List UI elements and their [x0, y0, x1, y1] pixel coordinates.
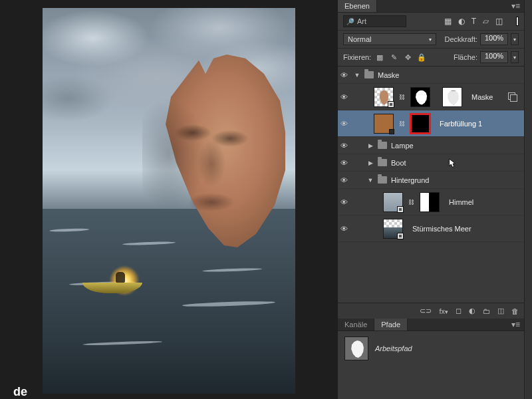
visibility-toggle[interactable]: 👁 — [338, 93, 350, 101]
expand-arrow[interactable]: ▼ — [367, 177, 374, 184]
layer-farbfuellung[interactable]: 👁 ⛓ Farbfüllung 1 — [338, 110, 524, 137]
visibility-toggle[interactable]: 👁 — [338, 225, 350, 233]
layer-fx-icon[interactable]: fx▾ — [439, 307, 448, 315]
mouse-cursor — [448, 158, 458, 169]
layers-footer: ⊂⊃ fx▾ ◻ ◐ 🗀 ◫ 🗑 — [338, 303, 524, 319]
group-hintergrund[interactable]: 👁 ▼ Hintergrund — [338, 172, 524, 189]
paths-tab-bar: Kanäle Pfade ▾≡ — [338, 319, 524, 331]
filter-adjust-icon[interactable]: ◐ — [458, 17, 465, 26]
paths-panel: Kanäle Pfade ▾≡ Arbeitspfad — [338, 319, 524, 399]
smart-object-badge — [388, 101, 394, 108]
layer-himmel[interactable]: 👁 ⛓ Himmel — [338, 189, 524, 215]
visibility-toggle[interactable]: 👁 — [338, 159, 350, 167]
lock-pixels-icon[interactable]: ✎ — [389, 53, 398, 62]
new-layer-icon[interactable]: ◫ — [497, 307, 504, 315]
panel-menu-icon[interactable]: ▾≡ — [507, 320, 524, 329]
fill-input[interactable]: 100% — [480, 51, 508, 63]
giant-head — [142, 48, 295, 261]
folder-icon — [378, 159, 387, 166]
link-layers-icon[interactable]: ⊂⊃ — [420, 307, 432, 315]
layer-mask-thumb[interactable] — [420, 192, 440, 212]
boat-figure — [116, 272, 125, 283]
group-maske[interactable]: 👁 ▼ Maske — [338, 66, 524, 84]
link-mask-icon[interactable]: ⛓ — [407, 199, 416, 205]
filter-smart-icon[interactable]: ◫ — [495, 17, 503, 26]
lock-transparent-icon[interactable]: ▩ — [375, 53, 384, 62]
lock-all-icon[interactable]: 🔒 — [417, 53, 426, 62]
link-mask-icon[interactable]: ⛓ — [398, 94, 406, 100]
visibility-toggle[interactable]: 👁 — [338, 120, 350, 128]
filter-shape-icon[interactable]: ▱ — [483, 17, 489, 26]
expand-arrow[interactable]: ▶ — [367, 160, 374, 166]
layers-tab-bar: Ebenen ▾≡ — [338, 0, 524, 13]
layer-kind-filter[interactable]: 🔍 Art — [343, 15, 406, 27]
folder-icon — [378, 142, 387, 149]
right-panels: Ebenen ▾≡ 🔍 Art ▦ ◐ T ▱ ◫ Normal▾ — [338, 0, 524, 399]
filter-pixel-icon[interactable]: ▦ — [444, 17, 452, 26]
layer-thumb[interactable] — [383, 192, 403, 212]
add-mask-icon[interactable]: ◻ — [456, 307, 462, 315]
filter-toggle-switch[interactable] — [516, 17, 519, 26]
layer-filter-row: 🔍 Art ▦ ◐ T ▱ ◫ — [338, 13, 524, 31]
layer-mask-thumb[interactable] — [410, 87, 430, 107]
blend-mode-select[interactable]: Normal▾ — [343, 33, 436, 45]
vector-mask-thumb[interactable] — [442, 87, 462, 107]
lock-row: Fixieren: ▩ ✎ ✥ 🔒 Fläche: 100% ▾ — [338, 49, 524, 66]
adjustment-layer-icon[interactable]: ◐ — [469, 307, 475, 315]
path-thumb[interactable] — [344, 336, 368, 360]
watermark: de — [13, 385, 27, 399]
folder-icon — [364, 71, 374, 78]
fill-dropdown[interactable]: ▾ — [511, 51, 519, 63]
layer-meer[interactable]: 👁 Stürmisches Meer — [338, 215, 524, 242]
adjustment-badge — [389, 129, 394, 134]
filter-kind-label: Art — [357, 17, 366, 25]
group-boot[interactable]: 👁 ▶ Boot — [338, 154, 524, 172]
layers-list[interactable]: 👁 ▼ Maske 👁 ⛓ — [338, 66, 524, 303]
opacity-input[interactable]: 100% — [480, 33, 508, 45]
expand-arrow[interactable]: ▼ — [354, 72, 360, 78]
delete-layer-icon[interactable]: 🗑 — [511, 307, 519, 315]
opacity-label: Deckkraft: — [444, 35, 477, 43]
layer-mask-thumb-selected[interactable] — [410, 114, 430, 134]
new-group-icon[interactable]: 🗀 — [483, 307, 490, 315]
visibility-toggle[interactable]: 👁 — [338, 198, 350, 206]
canvas-area[interactable]: de — [0, 0, 338, 399]
group-lampe[interactable]: 👁 ▶ Lampe — [338, 137, 524, 154]
document-canvas[interactable] — [43, 8, 295, 394]
path-row-workpath[interactable]: Arbeitspfad — [338, 331, 524, 366]
folder-icon — [378, 176, 387, 184]
tab-channels[interactable]: Kanäle — [338, 319, 374, 331]
fill-layer-thumb[interactable] — [374, 114, 394, 134]
collapsed-dock[interactable] — [524, 0, 532, 399]
lock-position-icon[interactable]: ✥ — [403, 53, 412, 62]
boat — [82, 271, 142, 293]
filter-stack-icon[interactable] — [508, 92, 517, 102]
opacity-dropdown[interactable]: ▾ — [511, 33, 519, 45]
lock-label: Fixieren: — [343, 53, 371, 61]
link-mask-icon[interactable]: ⛓ — [398, 120, 406, 127]
smart-object-badge — [397, 233, 404, 239]
visibility-toggle[interactable]: 👁 — [338, 142, 350, 150]
layer-thumb[interactable] — [383, 219, 403, 239]
expand-arrow[interactable]: ▶ — [367, 142, 374, 149]
panel-menu-icon[interactable]: ▾≡ — [507, 1, 524, 11]
filter-type-icon[interactable]: T — [471, 17, 476, 26]
visibility-toggle[interactable]: 👁 — [338, 71, 350, 79]
layer-thumb[interactable] — [374, 87, 394, 107]
fill-label: Fläche: — [454, 53, 477, 61]
layer-maske[interactable]: 👁 ⛓ Maske — [338, 84, 524, 110]
visibility-toggle[interactable]: 👁 — [338, 176, 350, 184]
blend-row: Normal▾ Deckkraft: 100% ▾ — [338, 31, 524, 49]
tab-paths[interactable]: Pfade — [374, 319, 408, 331]
smart-object-badge — [397, 206, 404, 213]
search-icon: 🔍 — [346, 18, 354, 25]
tab-layers[interactable]: Ebenen — [338, 0, 377, 12]
